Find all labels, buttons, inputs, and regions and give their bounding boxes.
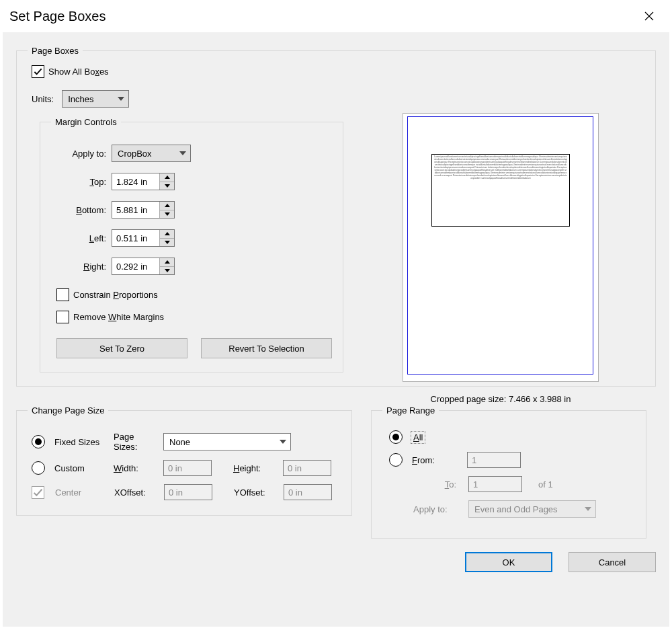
top-input[interactable] [112, 173, 159, 190]
bottom-label: Bottom: [51, 205, 112, 215]
triangle-up-icon [165, 232, 170, 235]
spin-down[interactable] [160, 182, 174, 190]
remove-white-checkbox[interactable] [56, 311, 69, 323]
width-input[interactable] [163, 460, 212, 476]
triangle-down-icon [165, 241, 170, 244]
set-to-zero-button[interactable]: Set To Zero [56, 338, 187, 358]
triangle-down-icon [165, 269, 170, 272]
close-button[interactable] [636, 5, 663, 27]
page-text-preview: Loremipsumdolorsitametconsecteturadipisc… [434, 155, 567, 344]
from-radio[interactable] [389, 453, 403, 467]
chevron-down-icon [179, 151, 186, 155]
spin-down[interactable] [160, 267, 174, 275]
bottom-input[interactable] [112, 202, 159, 218]
to-label: To: [413, 479, 462, 489]
triangle-down-icon [165, 212, 170, 216]
cancel-label: Cancel [599, 557, 626, 567]
page-boxes-legend: Page Boxes [28, 46, 83, 56]
margin-controls-legend: Margin Controls [51, 117, 121, 127]
right-input[interactable] [112, 258, 159, 274]
to-input[interactable] [468, 476, 522, 492]
constrain-label: Constrain Proportions [73, 290, 158, 300]
triangle-up-icon [165, 175, 170, 179]
revert-label: Revert To Selection [228, 344, 304, 354]
spin-up[interactable] [160, 173, 174, 182]
units-select[interactable]: Inches [62, 90, 129, 108]
left-label: Left: [51, 233, 112, 243]
right-label: Right: [51, 262, 112, 272]
pr-apply-to-value: Even and Odd Pages [474, 504, 558, 514]
chevron-down-icon [118, 97, 124, 101]
center-checkbox[interactable] [32, 486, 44, 499]
page-boxes-group: Page Boxes Show All Boxes Units: Inches … [16, 46, 656, 387]
xoffset-input[interactable] [164, 484, 212, 500]
top-spinner[interactable] [112, 173, 175, 190]
units-value: Inches [68, 94, 93, 104]
checkmark-icon [33, 67, 43, 77]
triangle-up-icon [165, 260, 170, 264]
triangle-up-icon [165, 204, 170, 207]
margin-controls-group: Margin Controls Apply to: CropBox Top: [40, 117, 343, 372]
center-label: Center [55, 487, 108, 498]
change-page-size-group: Change Page Size Fixed Sizes Page Sizes:… [16, 405, 352, 516]
show-all-boxes-label: Show All Boxes [48, 67, 109, 77]
chevron-down-icon [585, 507, 591, 511]
spin-down[interactable] [160, 239, 174, 247]
page-range-legend: Page Range [382, 405, 439, 416]
change-page-size-legend: Change Page Size [28, 405, 108, 416]
spin-up[interactable] [160, 230, 174, 239]
pr-apply-to-label: Apply to: [413, 504, 462, 514]
ok-label: OK [503, 557, 515, 567]
fixed-sizes-label: Fixed Sizes [54, 437, 107, 447]
from-label: From: [412, 455, 460, 465]
of-label: of 1 [538, 479, 553, 489]
page-sizes-value: None [169, 437, 190, 447]
custom-radio[interactable] [32, 461, 45, 475]
triangle-down-icon [165, 184, 170, 188]
yoffset-label: YOffset: [234, 487, 277, 498]
fixed-sizes-radio[interactable] [32, 435, 45, 448]
page-sizes-label: Page Sizes: [114, 432, 157, 452]
left-spinner[interactable] [112, 229, 175, 247]
all-label: All [412, 432, 424, 442]
set-to-zero-label: Set To Zero [99, 344, 144, 354]
page-sizes-select[interactable]: None [163, 433, 291, 450]
bottom-spinner[interactable] [112, 201, 175, 219]
height-label: Height: [233, 463, 276, 473]
revert-button[interactable]: Revert To Selection [201, 338, 332, 358]
apply-to-label: Apply to: [51, 149, 112, 159]
constrain-checkbox[interactable] [56, 288, 69, 301]
left-input[interactable] [112, 230, 159, 246]
spin-up[interactable] [160, 202, 174, 210]
height-input[interactable] [283, 460, 331, 476]
all-radio[interactable] [389, 430, 403, 444]
top-label: Top: [51, 177, 112, 187]
show-all-boxes-checkbox[interactable] [32, 65, 44, 78]
close-icon [644, 11, 654, 21]
spin-up[interactable] [160, 258, 174, 267]
chevron-down-icon [280, 440, 286, 444]
apply-to-select[interactable]: CropBox [112, 145, 191, 162]
remove-white-label: Remove White Margins [73, 312, 164, 322]
cancel-button[interactable]: Cancel [569, 552, 656, 572]
custom-label: Custom [54, 463, 107, 473]
apply-to-value: CropBox [118, 149, 152, 159]
page-range-group: Page Range All From: To: of 1 [371, 405, 646, 539]
dialog-title: Set Page Boxes [9, 9, 106, 24]
from-input[interactable] [467, 452, 521, 468]
cropped-size-label: Cropped page size: 7.466 x 3.988 in [376, 394, 625, 404]
right-spinner[interactable] [112, 258, 175, 275]
page-preview-area: Loremipsumdolorsitametconsecteturadipisc… [376, 113, 625, 404]
spin-down[interactable] [160, 210, 174, 219]
xoffset-label: XOffset: [114, 487, 157, 498]
page-preview: Loremipsumdolorsitametconsecteturadipisc… [403, 113, 599, 382]
units-label: Units: [32, 94, 54, 104]
pr-apply-to-select[interactable]: Even and Odd Pages [468, 500, 596, 518]
width-label: Width: [114, 463, 157, 473]
yoffset-input[interactable] [284, 484, 332, 500]
checkmark-icon [32, 487, 44, 498]
ok-button[interactable]: OK [465, 552, 552, 572]
